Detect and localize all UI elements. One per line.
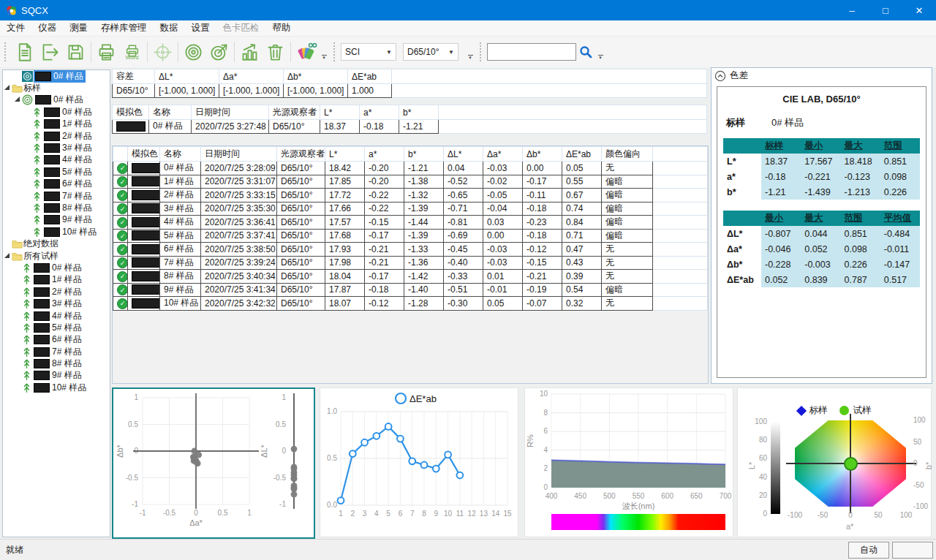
column-header[interactable] bbox=[392, 69, 707, 84]
tree-item[interactable]: 7# 样品 bbox=[3, 346, 110, 357]
tree-item[interactable]: 10# 样品 bbox=[3, 226, 110, 238]
tree-item[interactable]: 4# 样品 bbox=[3, 310, 110, 322]
table-row[interactable]: ✓5# 样品2020/7/25 3:37:41D65/10°17.68-0.17… bbox=[113, 229, 708, 243]
column-header[interactable]: 模拟色 bbox=[128, 147, 160, 162]
tree-item[interactable]: 5# 样品 bbox=[3, 322, 110, 333]
tree-item[interactable]: 1# 样品 bbox=[3, 274, 110, 286]
table-row[interactable]: ✓0# 样品2020/7/25 3:28:09D65/10°18.42-0.20… bbox=[113, 162, 708, 175]
column-header[interactable]: Δb* bbox=[523, 147, 562, 162]
delete-button[interactable] bbox=[263, 39, 288, 65]
toolbar-overflow-icon[interactable]: ▾ bbox=[597, 55, 604, 60]
auto-mode-button[interactable]: 自动 bbox=[848, 542, 889, 559]
menu-color-card-match[interactable]: 色卡匹检 bbox=[216, 20, 266, 36]
column-header[interactable]: Δb* bbox=[284, 69, 348, 84]
tree-item[interactable]: 3# 样品 bbox=[3, 142, 110, 154]
tree-item[interactable]: 0# 样品 bbox=[3, 106, 110, 118]
tree-item[interactable]: 6# 样品 bbox=[3, 334, 110, 346]
toolbar-overflow-icon[interactable]: ▾ bbox=[467, 55, 474, 60]
column-header[interactable]: 日期时间 bbox=[192, 105, 269, 120]
lab-gamut-panel[interactable]: 标样试样L*100806040200100500-50-100b*-100-50… bbox=[737, 387, 932, 537]
maximize-button[interactable]: □ bbox=[869, 0, 902, 20]
tree-item[interactable]: 2# 样品 bbox=[3, 286, 110, 298]
menu-help[interactable]: 帮助 bbox=[266, 20, 298, 36]
table-row[interactable]: ✓6# 样品2020/7/25 3:38:50D65/10°17.93-0.21… bbox=[113, 243, 708, 257]
tree-item[interactable]: 4# 样品 bbox=[3, 154, 110, 166]
save-button[interactable] bbox=[63, 39, 88, 65]
column-header[interactable] bbox=[653, 147, 708, 162]
search-input[interactable] bbox=[487, 43, 576, 61]
tree-item[interactable]: 0# 样品 bbox=[3, 94, 110, 106]
tree-item[interactable]: 2# 样品 bbox=[3, 130, 110, 142]
column-header[interactable]: 颜色偏向 bbox=[602, 147, 653, 162]
table-row[interactable]: ✓1# 样品2020/7/25 3:31:07D65/10°17.85-0.20… bbox=[113, 175, 708, 189]
column-header[interactable]: ΔL* bbox=[155, 69, 219, 84]
statistics-button[interactable] bbox=[237, 39, 263, 65]
menu-settings[interactable]: 设置 bbox=[185, 20, 216, 36]
mode-dropdown[interactable]: SCI ▼ bbox=[341, 43, 396, 61]
table-row[interactable]: ✓4# 样品2020/7/25 3:36:41D65/10°17.57-0.15… bbox=[113, 216, 708, 230]
menu-measure[interactable]: 测量 bbox=[63, 20, 94, 36]
column-header[interactable]: Δa* bbox=[483, 147, 523, 162]
column-header[interactable]: L* bbox=[325, 147, 365, 162]
expander-icon[interactable] bbox=[4, 85, 10, 90]
menu-instrument[interactable]: 仪器 bbox=[31, 20, 63, 36]
column-header[interactable]: ΔE*ab bbox=[348, 69, 392, 84]
print-button[interactable] bbox=[94, 39, 119, 65]
column-header[interactable]: a* bbox=[365, 147, 404, 162]
column-header[interactable]: ΔL* bbox=[444, 147, 483, 162]
tree-item[interactable]: 9# 样品 bbox=[3, 214, 110, 226]
tree-item[interactable]: 10# 样品 bbox=[3, 382, 110, 393]
menu-data[interactable]: 数据 bbox=[154, 20, 185, 36]
column-header[interactable]: 容差 bbox=[113, 69, 155, 84]
column-header[interactable]: 名称 bbox=[149, 105, 192, 120]
column-header[interactable]: Δa* bbox=[219, 69, 284, 84]
print-word-button[interactable]: Word bbox=[119, 39, 145, 65]
column-header[interactable]: 光源观察者 bbox=[269, 105, 320, 120]
illuminant-dropdown[interactable]: D65/10° ▼ bbox=[403, 43, 458, 61]
tree-item[interactable]: 0# 样品 bbox=[3, 70, 110, 82]
measure-standard-button[interactable] bbox=[181, 39, 206, 65]
expander-icon[interactable] bbox=[4, 253, 10, 258]
reflectance-panel[interactable]: 4004505005506006507000246810波长(nm)R% bbox=[524, 387, 733, 537]
table-row[interactable]: ✓3# 样品2020/7/25 3:35:30D65/10°17.66-0.22… bbox=[113, 202, 708, 216]
column-header[interactable]: 模拟色 bbox=[113, 105, 149, 120]
table-row[interactable]: ✓2# 样品2020/7/25 3:33:15D65/10°17.72-0.22… bbox=[113, 189, 708, 203]
table-row[interactable]: ✓9# 样品2020/7/25 3:41:34D65/10°17.87-0.18… bbox=[113, 283, 708, 297]
tree-item[interactable]: 3# 样品 bbox=[3, 298, 110, 309]
table-row[interactable]: ✓8# 样品2020/7/25 3:40:34D65/10°18.04-0.17… bbox=[113, 270, 708, 284]
search-button[interactable] bbox=[576, 42, 595, 61]
table-row[interactable]: D65/10°[-1.000, 1.000][-1.000, 1.000][-1… bbox=[113, 84, 707, 98]
column-header[interactable]: b* bbox=[399, 105, 439, 120]
export-button[interactable] bbox=[37, 39, 63, 65]
close-button[interactable]: ✕ bbox=[902, 0, 936, 20]
tree-item[interactable]: 所有试样 bbox=[3, 250, 110, 262]
menu-file[interactable]: 文件 bbox=[0, 20, 31, 36]
delta-ab-scatter-panel[interactable]: -1-1-0.5-0.5000.50.511Δa*Δb*-1-0.500.51Δ… bbox=[112, 387, 315, 539]
tree-item[interactable]: 8# 样品 bbox=[3, 202, 110, 213]
column-header[interactable]: ΔE*ab bbox=[562, 147, 602, 162]
column-header[interactable]: 光源观察者 bbox=[277, 147, 325, 162]
table-row[interactable]: ✓10# 样品2020/7/25 3:42:32D65/10°18.07-0.1… bbox=[113, 297, 708, 311]
tree-item[interactable]: 8# 样品 bbox=[3, 357, 110, 369]
calibrate-target-button[interactable] bbox=[150, 39, 176, 65]
tree-item[interactable]: 标样 bbox=[3, 82, 110, 94]
delta-e-trend-panel[interactable]: 1234567891011121314150.00.51.0ΔE*ab bbox=[320, 387, 518, 537]
measure-sample-button[interactable] bbox=[206, 39, 232, 65]
tree-item[interactable]: 6# 样品 bbox=[3, 178, 110, 190]
column-header[interactable]: b* bbox=[404, 147, 444, 162]
column-header[interactable]: a* bbox=[360, 105, 399, 120]
tree-item[interactable]: 0# 样品 bbox=[3, 262, 110, 273]
tree-item[interactable]: 7# 样品 bbox=[3, 190, 110, 202]
column-header[interactable]: L* bbox=[320, 105, 360, 120]
menu-sample-library[interactable]: 存样库管理 bbox=[94, 20, 154, 36]
column-header[interactable] bbox=[113, 147, 128, 162]
toolbar-overflow-icon[interactable]: ▾ bbox=[320, 55, 328, 60]
new-document-button[interactable] bbox=[12, 39, 37, 65]
tree-item[interactable]: 9# 样品 bbox=[3, 370, 110, 382]
minimize-button[interactable]: – bbox=[835, 0, 869, 20]
color-match-button[interactable] bbox=[293, 39, 319, 65]
column-header[interactable]: 名称 bbox=[160, 147, 201, 162]
tree-item[interactable]: 5# 样品 bbox=[3, 166, 110, 178]
collapse-panel-icon[interactable] bbox=[714, 70, 726, 82]
expander-icon[interactable] bbox=[15, 97, 20, 102]
